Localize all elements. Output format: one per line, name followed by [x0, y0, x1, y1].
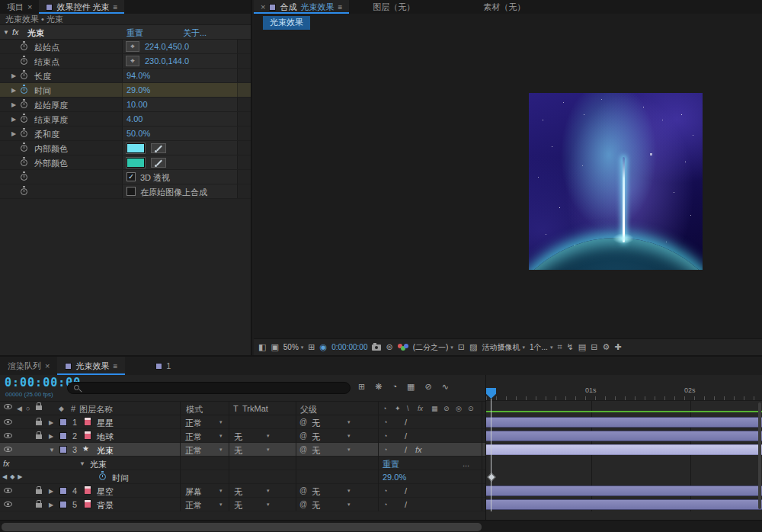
- add-keyframe-icon[interactable]: ◆: [10, 473, 14, 480]
- expander-icon[interactable]: ▶: [11, 72, 16, 79]
- mask-visibility-icon[interactable]: ◉: [320, 342, 328, 352]
- pixel-aspect-icon[interactable]: ⌗: [557, 342, 562, 352]
- collapse-switch-icon[interactable]: ✦: [395, 405, 401, 412]
- viewer-comp-tag[interactable]: 光束效果: [263, 16, 310, 30]
- pickwhip-icon[interactable]: @: [299, 418, 307, 426]
- mode-select[interactable]: 正常: [185, 431, 202, 443]
- eye-icon[interactable]: [4, 447, 12, 452]
- reset-link[interactable]: 重置: [126, 27, 143, 39]
- stopwatch-icon[interactable]: [21, 72, 27, 79]
- close-icon[interactable]: ×: [45, 361, 50, 370]
- about-link[interactable]: 关于...: [183, 27, 207, 39]
- search-input[interactable]: [85, 383, 344, 393]
- stopwatch-icon[interactable]: [21, 145, 27, 152]
- tab-project[interactable]: 项目 ×: [0, 0, 39, 14]
- property-row-time[interactable]: ◀ ◆ ▶ 时间 29.0%: [0, 470, 485, 484]
- adjust-exposure-icon[interactable]: ✚: [614, 342, 621, 352]
- expander-icon[interactable]: ▶: [11, 116, 16, 123]
- mode-select[interactable]: 屏幕: [185, 486, 202, 498]
- property-row-3d-perspective[interactable]: 3D 透视: [0, 170, 251, 184]
- layer-name[interactable]: 星空: [97, 486, 114, 498]
- close-icon[interactable]: ×: [261, 2, 265, 11]
- layer-row-background[interactable]: ▶ 5 背景 正常 ▾ 无 ▾ @ 无 ▾ ◔ /: [0, 498, 485, 511]
- eyedropper-icon[interactable]: [151, 158, 166, 168]
- eyedropper-icon[interactable]: [151, 143, 166, 153]
- layer-name[interactable]: 背景: [97, 500, 114, 511]
- layer-name-column-label[interactable]: 图层名称: [79, 404, 113, 415]
- snapshot-icon[interactable]: [372, 345, 381, 351]
- property-value[interactable]: 224.0,450.0: [145, 42, 189, 51]
- show-snapshot-icon[interactable]: ⊚: [386, 342, 392, 352]
- point-picker-icon[interactable]: ⌖: [126, 56, 139, 66]
- layer-row-earth[interactable]: ▶ 2 地球 正常 ▾ 无 ▾ @ 无 ▾ ◔ /: [0, 429, 485, 443]
- eye-icon[interactable]: [4, 488, 12, 493]
- shy-icon[interactable]: ◔: [383, 418, 387, 426]
- panel-menu-icon[interactable]: ≡: [114, 3, 118, 11]
- property-row-end-thickness[interactable]: ▶ 结束厚度 4.00: [0, 112, 251, 127]
- transparency-grid-icon[interactable]: ▨: [469, 342, 477, 352]
- effect-row-beam[interactable]: fx ▼ 光束 重置 ...: [0, 457, 485, 470]
- lock-column-icon[interactable]: [36, 405, 42, 410]
- shy-icon[interactable]: ◔: [383, 487, 387, 495]
- layer-duration-bar[interactable]: [486, 486, 762, 496]
- t-column-label[interactable]: T: [233, 404, 239, 413]
- property-value[interactable]: 10.00: [126, 100, 148, 109]
- expander-icon[interactable]: ▼: [3, 29, 9, 36]
- tab-composition[interactable]: × 合成 光束效果 ≡: [254, 0, 349, 14]
- eye-icon[interactable]: [4, 502, 12, 507]
- adjustment-switch-icon[interactable]: ◎: [456, 405, 462, 412]
- layer-duration-bar[interactable]: [486, 431, 762, 441]
- trkmat-select[interactable]: 无: [234, 486, 242, 498]
- quality-icon[interactable]: /: [405, 431, 407, 441]
- frame-blend-icon[interactable]: ▦: [407, 382, 415, 392]
- draft-3d-icon[interactable]: ❋: [375, 382, 382, 392]
- property-row-start-thickness[interactable]: ▶ 起始厚度 10.00: [0, 98, 251, 112]
- stopwatch-icon[interactable]: [21, 101, 27, 108]
- property-row-start-point[interactable]: 起始点 ⌖ 224.0,450.0: [0, 40, 251, 54]
- expander-icon[interactable]: ▼: [49, 447, 55, 453]
- exposure-gear-icon[interactable]: ⚙: [602, 342, 610, 352]
- tab-render-queue[interactable]: 渲染队列 ×: [0, 357, 57, 375]
- color-swatch[interactable]: [126, 158, 145, 168]
- stopwatch-icon-active[interactable]: [21, 87, 27, 94]
- property-name[interactable]: 时间: [112, 473, 129, 484]
- primary-viewer-icon[interactable]: ▣: [271, 342, 278, 352]
- checkbox-checked[interactable]: [126, 172, 136, 181]
- property-value[interactable]: 50.0%: [126, 129, 150, 138]
- property-row-length[interactable]: ▶ 长度 94.0%: [0, 69, 251, 83]
- tab-timeline-other[interactable]: 1: [148, 357, 178, 375]
- layer-duration-bar[interactable]: [486, 417, 762, 428]
- pickwhip-icon[interactable]: @: [299, 500, 307, 508]
- layer-duration-bar-selected[interactable]: [486, 444, 762, 455]
- tab-footage[interactable]: 素材（无）: [476, 0, 532, 14]
- parent-select[interactable]: 无: [312, 431, 320, 443]
- fx-icon[interactable]: fx: [12, 27, 19, 37]
- hide-shy-icon[interactable]: ◔: [392, 382, 397, 392]
- layer-duration-bar[interactable]: [486, 499, 762, 510]
- expander-icon[interactable]: ▼: [79, 460, 85, 467]
- camera-select[interactable]: 活动摄像机 ▾: [482, 342, 525, 353]
- expander-icon[interactable]: ▶: [11, 87, 16, 94]
- label-column-icon[interactable]: ◆: [59, 405, 64, 412]
- stopwatch-icon[interactable]: [21, 159, 27, 166]
- shy-icon[interactable]: ◔: [383, 432, 387, 440]
- show-channels-icon[interactable]: [398, 344, 408, 351]
- view-layout-select[interactable]: 1个... ▾: [530, 342, 552, 353]
- eye-icon[interactable]: [4, 433, 12, 438]
- stopwatch-icon[interactable]: [21, 188, 27, 195]
- motion-blur-icon[interactable]: ⊘: [425, 382, 432, 392]
- stopwatch-icon[interactable]: [21, 174, 27, 181]
- eye-column-icon[interactable]: [4, 404, 12, 409]
- pickwhip-icon[interactable]: @: [299, 486, 307, 495]
- lock-icon[interactable]: [36, 434, 42, 439]
- prev-keyframe-icon[interactable]: ◀: [2, 473, 7, 480]
- keyframe-diamond[interactable]: [487, 473, 495, 481]
- layer-row-stars[interactable]: ▶ 1 星星 正常 ▾ @ 无 ▾ ◔ /: [0, 415, 485, 429]
- property-value[interactable]: 29.0%: [383, 473, 406, 482]
- point-picker-icon[interactable]: ⌖: [126, 41, 139, 52]
- property-value[interactable]: 230.0,144.0: [145, 56, 189, 66]
- timeline-button-icon[interactable]: ▤: [578, 342, 586, 352]
- stopwatch-icon[interactable]: [21, 58, 27, 65]
- lock-icon[interactable]: [36, 421, 42, 425]
- quality-icon[interactable]: /: [405, 445, 407, 454]
